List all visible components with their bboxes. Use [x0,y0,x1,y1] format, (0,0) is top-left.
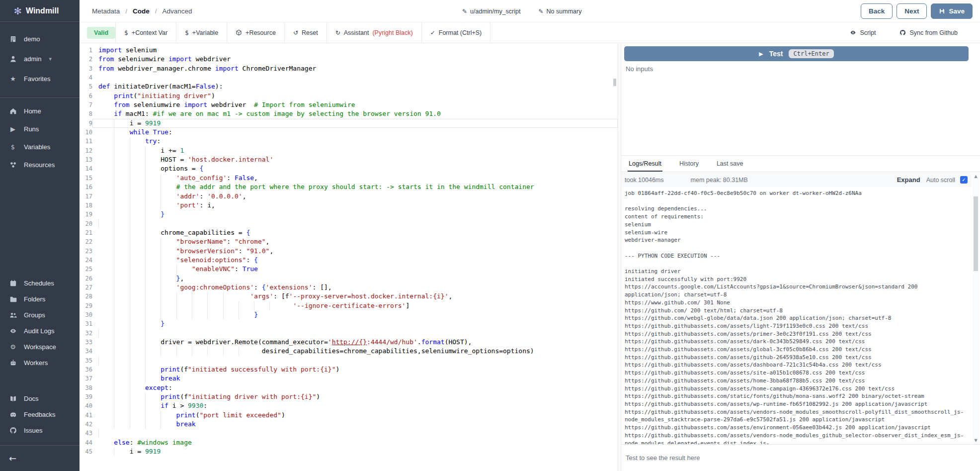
code-line[interactable]: 45 i = 9919 [80,447,618,456]
code-line[interactable]: 24 "selenoid:options": { [80,256,618,265]
sidebar-item-audit-logs[interactable]: Audit Logs [0,323,80,339]
tab-advanced[interactable]: Advanced [163,7,192,15]
variable-button[interactable]: $+Variable [176,29,227,36]
code-line[interactable]: 35 [80,356,618,365]
code-line[interactable]: 1import selenium [80,46,618,55]
sync-from-github-button[interactable]: Sync from Github [891,29,966,36]
code-editor[interactable]: 1import selenium2from seleniumwire impor… [80,44,618,471]
collapse-sidebar-button[interactable]: ← [0,445,80,471]
code-line[interactable]: 31 } [80,319,618,328]
sidebar-item-schedules[interactable]: Schedules [0,275,80,291]
code-line-content: driver = webdriver.Remote(command_execut… [92,338,618,347]
code-line[interactable]: 9 i = 9919 [80,119,618,128]
windmill-logo[interactable]: ✻ Windmill [0,0,80,22]
code-line[interactable]: 19 } [80,210,618,219]
sidebar-item-folders[interactable]: Folders [0,291,80,307]
code-line[interactable]: 6 print("initiating driver") [80,92,618,100]
tab-logs-result[interactable]: Logs/Result [628,156,662,172]
sidebar-item-issues[interactable]: Issues [0,422,80,438]
code-line[interactable]: 25 "enableVNC": True [80,265,618,274]
code-line[interactable]: 23 "browserVersion": "91.0", [80,247,618,256]
sidebar-group-workspace: demoadmin▾★Favorites [0,29,80,89]
line-number: 18 [80,201,92,210]
code-line-content: "browserName": "chrome", [92,237,618,246]
sidebar-item-variables[interactable]: $Variables [0,138,80,156]
expand-logs-button[interactable]: Expand [897,176,920,184]
assistant-button[interactable]: ↻Assistant (Pyright Black) [327,29,421,36]
code-line[interactable]: 13 HOST = 'host.docker.internal' [80,155,618,164]
code-line[interactable]: 28 'args': [f'--proxy-server=host.docker… [80,292,618,301]
code-line[interactable]: 14 options = { [80,164,618,173]
reset-button[interactable]: ↺Reset [285,29,327,36]
save-button[interactable]: Save [931,3,973,19]
tab-history[interactable]: History [678,156,700,172]
format-ctrl-s-button[interactable]: ✓Format (Ctrl+S) [422,29,490,36]
code-line[interactable]: 41 print("port limit exceeded") [80,411,618,420]
scroll-down-arrow-icon[interactable]: ▼ [973,438,979,443]
code-line[interactable]: 21 chrome_capabilities = { [80,228,618,237]
sidebar-item-feedbacks[interactable]: Feedbacks [0,406,80,422]
line-number: 8 [80,109,92,118]
code-line[interactable]: 29 '--ignore-certificate-errors'] [80,301,618,310]
sidebar-item-demo[interactable]: demo [0,29,80,49]
code-line[interactable]: 7 from seleniumwire import webdriver # I… [80,100,618,109]
code-line[interactable]: 27 'goog:chromeOptions': {'extensions': … [80,283,618,292]
sidebar-item-resources[interactable]: Resources [0,156,80,174]
code-line[interactable]: 40 if i > 9930: [80,401,618,410]
editor-scrollbar-mark[interactable] [613,79,616,86]
logs-scrollbar[interactable]: ▲ ▼ [973,173,979,444]
code-line-content: print("initiating driver") [92,92,618,100]
code-line[interactable]: 22 "browserName": "chrome", [80,237,618,246]
code-line[interactable]: 15 'auto_config': False, [80,174,618,183]
code-line[interactable]: 33 driver = webdriver.Remote(command_exe… [80,338,618,347]
code-line[interactable]: 26 }, [80,274,618,283]
code-line[interactable]: 12 i += 1 [80,146,618,155]
code-line[interactable]: 17 'addr': '0.0.0.0', [80,192,618,201]
code-line[interactable]: 20 [80,219,618,228]
sidebar-item-admin[interactable]: admin▾ [0,49,80,69]
code-line[interactable]: 3from webdriver_manager.chrome import Ch… [80,64,618,73]
autoscroll-checkbox[interactable]: ✓ [960,176,968,184]
code-line[interactable]: 34 desired_capabilities=chrome_capabilit… [80,347,618,356]
code-line[interactable]: 42 break [80,420,618,429]
code-line[interactable]: 30 } [80,310,618,319]
sidebar-item-favorites[interactable]: ★Favorites [0,69,80,89]
context-var-button[interactable]: $+Context Var [116,29,176,36]
resource-button[interactable]: +Resource [227,29,284,36]
code-line[interactable]: 18 'port': i, [80,201,618,210]
sidebar-item-docs[interactable]: Docs [0,390,80,406]
script-path[interactable]: ✎ u/admin/my_script [462,8,521,15]
test-button[interactable]: ▶ Test Ctrl+Enter [624,46,969,61]
code-line[interactable]: 4 [80,73,618,82]
code-line[interactable]: 11 try: [80,137,618,146]
scroll-up-arrow-icon[interactable]: ▲ [973,174,979,179]
code-line[interactable]: 5def initiateDriver(macM1=False): [80,82,618,91]
scrollbar-thumb[interactable] [974,196,978,271]
script-preview-button[interactable]: Script [841,29,884,36]
sidebar-item-runs[interactable]: ▶Runs [0,120,80,138]
code-line[interactable]: 2from seleniumwire import webdriver [80,55,618,64]
code-line[interactable]: 44 else: #windows image [80,438,618,447]
code-line[interactable]: 36 print(f"initiated successfully with p… [80,365,618,374]
code-line[interactable]: 39 print(f"initiating driver with port:{… [80,392,618,401]
code-line[interactable]: 10 while True: [80,128,618,137]
boxes-icon [8,161,17,169]
code-line[interactable]: 38 except: [80,383,618,392]
code-line[interactable]: 32 [80,329,618,338]
sidebar-item-workspace[interactable]: ⚙Workspace [0,339,80,355]
tab-code[interactable]: Code [133,7,150,15]
sidebar-item-home[interactable]: Home [0,102,80,120]
sidebar-group-main: Home▶Runs$VariablesResources [0,102,80,174]
next-button[interactable]: Next [897,3,927,19]
back-button[interactable]: Back [861,3,893,19]
tab-metadata[interactable]: Metadata [92,7,120,15]
sidebar-item-groups[interactable]: Groups [0,307,80,323]
code-line[interactable]: 37 break [80,374,618,383]
code-line[interactable]: 43 [80,429,618,438]
script-summary[interactable]: ✎ No summary [539,8,582,15]
tab-last-save[interactable]: Last save [716,156,744,172]
sidebar-item-workers[interactable]: Workers [0,355,80,371]
panel-splitter[interactable] [618,44,621,471]
code-line[interactable]: 16 # the addr and the port where the pro… [80,183,618,191]
code-line[interactable]: 8 if macM1: #if we are on mac m1 -> cust… [80,109,618,118]
